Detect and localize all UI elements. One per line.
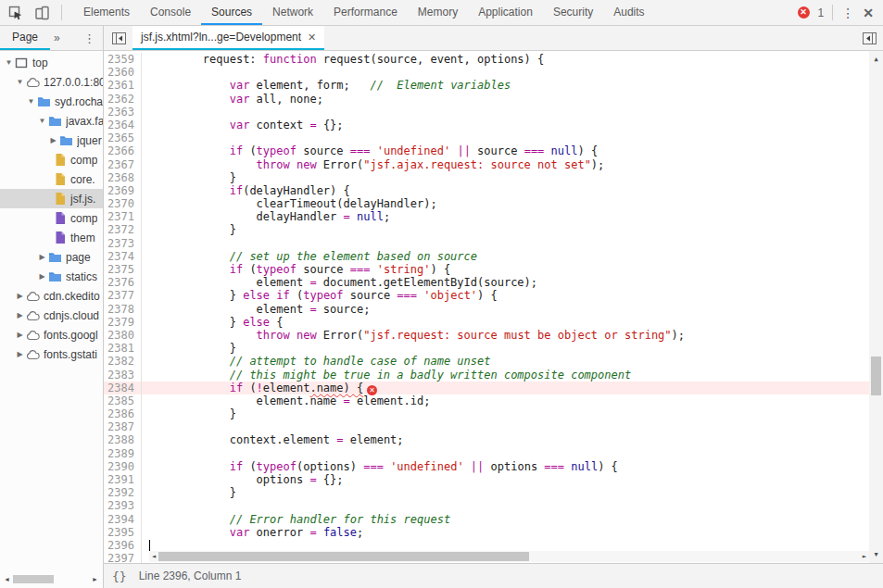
inline-error-icon[interactable]: ✕ <box>367 385 377 395</box>
line-number[interactable]: 2388 <box>104 433 142 446</box>
code-line-content[interactable]: element.name = element.id; <box>142 394 883 407</box>
collapsed-arrow-icon[interactable]: ▶ <box>15 331 25 339</box>
tree-item-comp[interactable]: comp <box>0 150 103 169</box>
scroll-left-icon[interactable]: ◄ <box>4 576 10 582</box>
scroll-down-icon[interactable]: ▼ <box>869 548 883 561</box>
scroll-right-icon[interactable]: ► <box>863 550 866 563</box>
navigator-menu-icon[interactable]: ⋮ <box>83 31 95 45</box>
hide-navigator-icon[interactable] <box>112 32 126 44</box>
line-number[interactable]: 2363 <box>104 106 142 119</box>
expanded-arrow-icon[interactable]: ▼ <box>15 78 25 86</box>
tab-console[interactable]: Console <box>140 0 201 25</box>
code-line-content[interactable]: clearTimeout(delayHandler); <box>142 197 883 210</box>
error-badge-icon[interactable]: ✕ <box>798 6 810 19</box>
line-number[interactable]: 2396 <box>104 539 142 552</box>
tree-item-core-[interactable]: core. <box>0 169 103 189</box>
code-line-content[interactable]: if (typeof source === 'string') { <box>142 263 883 276</box>
tab-sources[interactable]: Sources <box>201 0 262 25</box>
close-tab-icon[interactable]: ✕ <box>308 31 316 44</box>
inspect-element-icon[interactable] <box>8 6 23 20</box>
code-line-content[interactable]: throw new Error("jsf.ajax.request: sourc… <box>142 158 883 171</box>
line-number[interactable]: 2383 <box>104 369 142 382</box>
code-line-content[interactable] <box>142 420 883 433</box>
tab-memory[interactable]: Memory <box>408 0 468 25</box>
line-number[interactable]: 2360 <box>104 66 142 79</box>
line-number[interactable]: 2380 <box>104 329 142 342</box>
close-devtools-icon[interactable]: ✕ <box>863 6 874 20</box>
device-toolbar-icon[interactable] <box>34 6 50 20</box>
tree-item-fonts-gstati[interactable]: ▶fonts.gstati <box>0 344 103 364</box>
tree-item-fonts-googl[interactable]: ▶fonts.googl <box>0 325 103 344</box>
expanded-arrow-icon[interactable]: ▼ <box>4 58 14 67</box>
line-number[interactable]: 2377 <box>104 289 142 302</box>
line-number[interactable]: 2368 <box>104 171 142 184</box>
line-number[interactable]: 2367 <box>104 158 142 171</box>
line-number[interactable]: 2385 <box>104 394 142 407</box>
line-number[interactable]: 2378 <box>104 303 142 316</box>
editor-vertical-scrollbar[interactable]: ▲ ▼ <box>869 51 883 563</box>
code-line-content[interactable] <box>142 499 883 512</box>
line-number[interactable]: 2372 <box>104 223 142 236</box>
code-line-content[interactable]: // set up the element based on source <box>142 250 883 263</box>
line-number[interactable]: 2379 <box>104 316 142 329</box>
scrollbar-thumb[interactable] <box>871 357 881 395</box>
code-line-content[interactable] <box>142 447 883 460</box>
scrollbar-thumb[interactable] <box>13 575 54 583</box>
line-number[interactable]: 2384 <box>104 382 142 394</box>
line-number[interactable]: 2375 <box>104 263 142 276</box>
tree-item-jquer[interactable]: ▶jquer <box>0 131 103 150</box>
code-line-content[interactable]: throw new Error("jsf.request: source mus… <box>142 329 883 342</box>
tree-item-cdn-ckedito[interactable]: ▶cdn.ckedito <box>0 286 103 306</box>
line-number[interactable]: 2371 <box>104 210 142 223</box>
code-editor[interactable]: 2359 request: function request(source, e… <box>104 51 883 563</box>
editor-horizontal-scrollbar[interactable]: ◄ ► <box>149 551 869 562</box>
line-number[interactable]: 2390 <box>104 460 142 473</box>
line-number[interactable]: 2366 <box>104 144 142 157</box>
line-number[interactable]: 2373 <box>104 237 142 250</box>
collapsed-arrow-icon[interactable]: ▶ <box>37 272 47 281</box>
line-number[interactable]: 2387 <box>104 420 142 433</box>
show-debugger-sidebar-icon[interactable] <box>863 32 877 44</box>
code-line-content[interactable]: var element, form; // Element variables <box>142 79 883 92</box>
code-line-content[interactable]: var context = {}; <box>142 119 883 131</box>
tree-item-page[interactable]: ▶page <box>0 247 103 267</box>
code-line-content[interactable]: } else if (typeof source === 'object') { <box>142 289 883 302</box>
more-options-icon[interactable]: ⋮ <box>841 6 854 20</box>
line-number[interactable]: 2393 <box>104 499 142 512</box>
code-line-content[interactable]: // Error handler for this request <box>142 513 883 526</box>
tab-elements[interactable]: Elements <box>73 0 140 25</box>
code-line-content[interactable]: delayHandler = null; <box>142 210 883 223</box>
code-line-content[interactable]: } <box>142 486 883 499</box>
code-line-content[interactable]: var all, none; <box>142 93 883 106</box>
tab-application[interactable]: Application <box>468 0 543 25</box>
code-line-content[interactable]: } <box>142 223 883 236</box>
line-number[interactable]: 2362 <box>104 93 142 106</box>
pretty-print-button[interactable]: {} <box>112 569 127 583</box>
line-number[interactable]: 2376 <box>104 276 142 289</box>
code-line-content[interactable]: } <box>142 171 883 184</box>
code-line-content[interactable]: options = {}; <box>142 473 883 486</box>
code-line-content[interactable]: element = document.getElementById(source… <box>142 276 883 289</box>
expanded-arrow-icon[interactable]: ▼ <box>37 117 47 125</box>
collapsed-arrow-icon[interactable]: ▶ <box>15 350 25 358</box>
tree-item-statics[interactable]: ▶statics <box>0 267 103 286</box>
scroll-up-icon[interactable]: ▲ <box>869 53 883 66</box>
scroll-right-icon[interactable]: ► <box>92 576 98 582</box>
collapsed-arrow-icon[interactable]: ▶ <box>15 311 25 319</box>
tree-item-127-0-0-1-80[interactable]: ▼127.0.0.1:80 <box>0 72 103 92</box>
line-number[interactable]: 2389 <box>104 447 142 460</box>
tab-audits[interactable]: Audits <box>603 0 654 25</box>
code-line-content[interactable]: context.element = element; <box>142 433 883 446</box>
code-line-content[interactable]: } <box>142 407 883 420</box>
code-line-content[interactable] <box>142 106 883 119</box>
tree-item-javax-fa[interactable]: ▼javax.fa <box>0 111 103 131</box>
scrollbar-thumb[interactable] <box>158 552 529 561</box>
code-line-content[interactable]: request: function request(source, event,… <box>142 53 883 66</box>
tree-item-top[interactable]: ▼top <box>0 53 103 72</box>
line-number[interactable]: 2374 <box>104 250 142 263</box>
line-number[interactable]: 2397 <box>104 552 142 563</box>
collapsed-arrow-icon[interactable]: ▶ <box>48 136 58 144</box>
code-line-content[interactable] <box>142 539 883 552</box>
code-line-content[interactable]: if (typeof(options) === 'undefined' || o… <box>142 460 883 473</box>
code-line-content[interactable] <box>142 237 883 250</box>
